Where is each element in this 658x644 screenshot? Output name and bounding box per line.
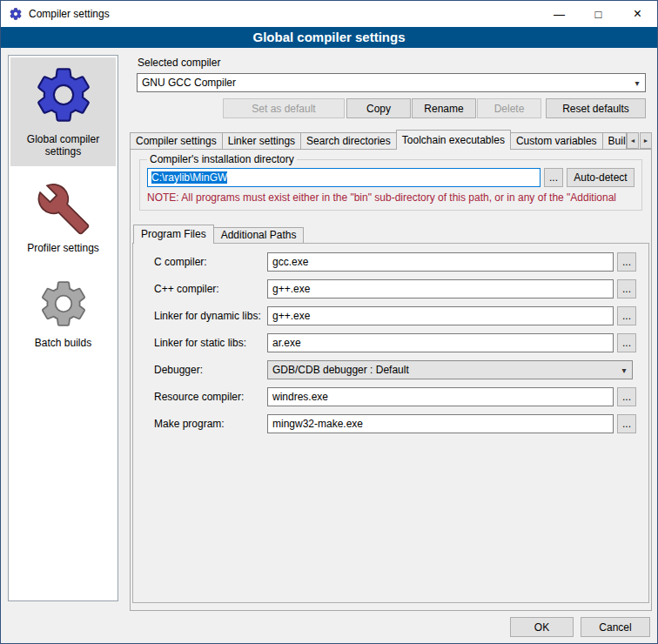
browse-button[interactable]: ...	[617, 333, 636, 352]
program-files-tab-strip: Program Files Additional Paths	[133, 227, 304, 243]
program-files-panel: C compiler: gcc.exe ... C++ compiler: g+…	[132, 243, 649, 603]
debugger-value: GDB/CDB debugger : Default	[268, 364, 616, 376]
app-gear-icon	[9, 7, 23, 21]
field-row-c-compiler: C compiler: gcc.exe ...	[133, 252, 648, 272]
installation-directory-row: C:\raylib\MinGW ... Auto-detect	[147, 168, 634, 187]
tab-scroll-right-icon[interactable]: ►	[640, 132, 652, 149]
field-row-static-linker: Linker for static libs: ar.exe ...	[133, 333, 648, 352]
sidebar-item-label: Profiler settings	[9, 242, 118, 254]
maximize-button[interactable]: □	[579, 1, 618, 27]
copy-button[interactable]: Copy	[346, 98, 411, 118]
set-as-default-button[interactable]: Set as default	[223, 98, 345, 118]
browse-button[interactable]: ...	[617, 387, 636, 406]
field-label: Debugger:	[154, 360, 203, 379]
static-linker-value: ar.exe	[272, 337, 301, 349]
installation-directory-group: Compiler's installation directory C:\ray…	[139, 153, 642, 211]
sidebar-item-profiler-settings[interactable]: Profiler settings	[9, 168, 118, 254]
debugger-dropdown[interactable]: GDB/CDB debugger : Default ▾	[267, 360, 633, 379]
settings-category-sidebar: Global compiler settings Profiler settin…	[8, 55, 118, 601]
field-row-resource-compiler: Resource compiler: windres.exe ...	[133, 387, 648, 406]
field-row-dynamic-linker: Linker for dynamic libs: g++.exe ...	[133, 306, 648, 325]
selected-compiler-dropdown[interactable]: GNU GCC Compiler ▾	[137, 73, 646, 92]
tab-additional-paths[interactable]: Additional Paths	[213, 227, 305, 243]
reset-defaults-button[interactable]: Reset defaults	[546, 98, 646, 118]
tab-compiler-settings[interactable]: Compiler settings	[130, 132, 223, 149]
compiler-settings-dialog: Compiler settings — □ × Global compiler …	[0, 0, 658, 644]
chevron-down-icon: ▾	[616, 366, 632, 375]
resource-compiler-input[interactable]: windres.exe	[267, 387, 614, 406]
field-label: C compiler:	[154, 252, 207, 272]
profiler-tool-icon	[37, 182, 91, 236]
field-label: Resource compiler:	[154, 387, 244, 406]
field-label: Linker for static libs:	[154, 333, 246, 352]
tab-scroll-left-icon[interactable]: ◄	[627, 132, 639, 149]
c-compiler-input[interactable]: gcc.exe	[267, 252, 614, 272]
field-row-make-program: Make program: mingw32-make.exe ...	[133, 414, 648, 433]
field-row-debugger: Debugger: GDB/CDB debugger : Default ▾	[133, 360, 648, 379]
tab-custom-variables[interactable]: Custom variables	[510, 132, 603, 149]
toolchain-executables-panel: Compiler's installation directory C:\ray…	[130, 149, 652, 611]
minimize-button[interactable]: —	[540, 1, 579, 27]
installation-directory-input[interactable]: C:\raylib\MinGW	[147, 168, 540, 187]
installation-directory-group-title: Compiler's installation directory	[147, 153, 297, 165]
tab-program-files[interactable]: Program Files	[133, 225, 214, 244]
field-label: Make program:	[154, 414, 225, 433]
resource-compiler-value: windres.exe	[272, 391, 328, 403]
tab-search-directories[interactable]: Search directories	[300, 132, 397, 149]
make-program-value: mingw32-make.exe	[272, 418, 363, 430]
caption-buttons: — □ ×	[540, 1, 657, 27]
browse-button[interactable]: ...	[617, 306, 636, 325]
sidebar-item-label: Batch builds	[9, 337, 118, 349]
close-button[interactable]: ×	[618, 1, 657, 27]
field-row-cpp-compiler: C++ compiler: g++.exe ...	[133, 279, 648, 299]
tab-toolchain-executables[interactable]: Toolchain executables	[396, 130, 511, 150]
selected-compiler-value: GNU GCC Compiler	[138, 77, 629, 89]
selected-compiler-label: Selected compiler	[138, 57, 220, 69]
tab-build-options[interactable]: Buil	[602, 132, 627, 149]
browse-button[interactable]: ...	[617, 414, 636, 433]
ok-button[interactable]: OK	[510, 617, 574, 637]
installation-note-text: NOTE: All programs must exist either in …	[147, 191, 634, 204]
tab-scroll-buttons: ◄ ►	[627, 132, 652, 149]
field-label: Linker for dynamic libs:	[154, 306, 261, 325]
sidebar-item-batch-builds[interactable]: Batch builds	[9, 254, 118, 349]
delete-button[interactable]: Delete	[477, 98, 541, 118]
browse-button[interactable]: ...	[617, 252, 636, 272]
sidebar-item-global-compiler-settings[interactable]: Global compiler settings	[10, 57, 116, 166]
auto-detect-button[interactable]: Auto-detect	[567, 168, 634, 187]
static-linker-input[interactable]: ar.exe	[267, 333, 614, 352]
chevron-down-icon: ▾	[629, 78, 645, 88]
browse-button[interactable]: ...	[617, 279, 636, 299]
installation-directory-value: C:\raylib\MinGW	[151, 171, 227, 184]
blue-gear-icon	[31, 63, 96, 127]
dynamic-linker-value: g++.exe	[272, 310, 310, 322]
title-bar[interactable]: Compiler settings — □ ×	[1, 1, 657, 27]
installation-directory-browse-button[interactable]: ...	[544, 168, 563, 187]
gray-gear-icon	[37, 277, 91, 331]
cpp-compiler-input[interactable]: g++.exe	[267, 279, 614, 299]
window-title: Compiler settings	[29, 8, 110, 20]
field-label: C++ compiler:	[154, 279, 219, 299]
tab-linker-settings[interactable]: Linker settings	[222, 132, 301, 149]
settings-tab-strip: Compiler settings Linker settings Search…	[130, 132, 652, 149]
page-title: Global compiler settings	[1, 27, 657, 48]
cancel-button[interactable]: Cancel	[581, 617, 650, 637]
c-compiler-value: gcc.exe	[272, 256, 308, 268]
cpp-compiler-value: g++.exe	[272, 283, 310, 295]
make-program-input[interactable]: mingw32-make.exe	[267, 414, 614, 433]
sidebar-item-label: Global compiler settings	[12, 133, 114, 158]
rename-button[interactable]: Rename	[412, 98, 476, 118]
dynamic-linker-input[interactable]: g++.exe	[267, 306, 614, 325]
